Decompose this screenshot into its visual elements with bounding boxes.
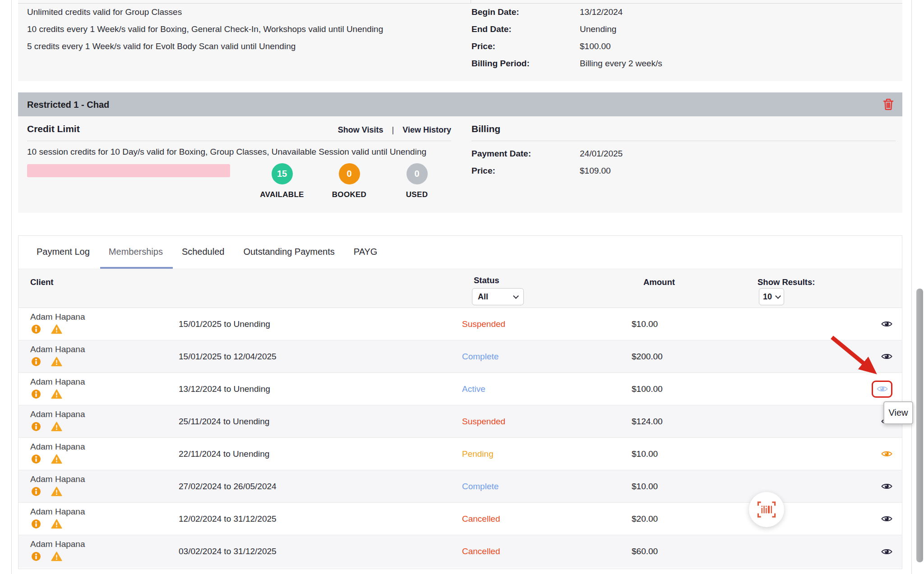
- show-results-select[interactable]: 10: [759, 288, 784, 305]
- divider: [471, 141, 896, 141]
- available-count: 15: [272, 163, 293, 184]
- view-eye-button-highlighted[interactable]: [872, 381, 892, 398]
- detail-value: Unending: [580, 24, 616, 34]
- tab-memberships[interactable]: Memberships: [109, 236, 163, 269]
- amount-value: $10.00: [632, 482, 658, 491]
- warning-icon[interactable]: [51, 357, 62, 367]
- billing-value: 24/01/2025: [580, 149, 623, 159]
- warning-icon[interactable]: [51, 551, 62, 561]
- status-badge: Cancelled: [462, 514, 500, 524]
- membership-period: 15/01/2025 to Unending: [179, 319, 270, 329]
- restricted-membership-header: Restricted 1 - Chad: [18, 92, 902, 117]
- client-name: Adam Hapana: [30, 474, 85, 484]
- info-icon[interactable]: [31, 519, 41, 529]
- used-label: USED: [390, 190, 444, 199]
- credit-rule-text: Unlimited credits valid for Group Classe…: [27, 7, 182, 17]
- status-filter-select[interactable]: All: [472, 288, 524, 305]
- detail-label: Price:: [471, 41, 495, 51]
- view-eye-button[interactable]: [881, 482, 892, 490]
- client-name: Adam Hapana: [30, 344, 85, 354]
- info-icon[interactable]: [31, 487, 41, 496]
- warning-icon[interactable]: [51, 519, 62, 529]
- view-eye-button[interactable]: [881, 515, 892, 523]
- amount-value: $124.00: [632, 417, 663, 427]
- view-eye-button[interactable]: [881, 353, 892, 360]
- client-column-header: Client: [30, 277, 53, 287]
- detail-value: Billing every 2 week/s: [580, 59, 662, 69]
- available-label: AVAILABLE: [255, 190, 309, 199]
- view-eye-button[interactable]: [881, 450, 892, 458]
- table-row: Adam Hapana 03/02/2024 to 31/12/2025 Can…: [18, 535, 902, 568]
- detail-value: 13/12/2024: [580, 7, 623, 17]
- client-name: Adam Hapana: [30, 442, 85, 452]
- info-icon[interactable]: [31, 454, 41, 464]
- client-name: Adam Hapana: [30, 507, 85, 517]
- view-eye-button[interactable]: [881, 548, 892, 556]
- tab-payg[interactable]: PAYG: [354, 236, 378, 269]
- show-results-label: Show Results:: [758, 277, 815, 287]
- used-count: 0: [407, 163, 428, 184]
- client-name: Adam Hapana: [30, 312, 85, 322]
- amount-value: $20.00: [632, 514, 658, 524]
- detail-label: End Date:: [471, 24, 512, 34]
- membership-period: 27/02/2024 to 26/05/2024: [179, 482, 277, 491]
- membership-period: 25/11/2024 to Unending: [179, 417, 269, 427]
- credit-limit-card: Credit Limit Show Visits | View History …: [18, 116, 902, 213]
- table-row: Adam Hapana 15/01/2025 to 12/04/2025 Com…: [18, 340, 902, 373]
- client-name: Adam Hapana: [30, 539, 85, 549]
- divider: [471, 0, 471, 3]
- amount-value: $100.00: [632, 384, 663, 394]
- warning-icon[interactable]: [51, 422, 62, 432]
- chevron-down-icon: [513, 293, 519, 299]
- tab-scheduled[interactable]: Scheduled: [182, 236, 225, 269]
- membership-period: 03/02/2024 to 31/12/2025: [179, 546, 277, 556]
- show-results-value: 10: [763, 292, 772, 302]
- warning-icon[interactable]: [51, 487, 62, 496]
- info-icon[interactable]: [31, 422, 41, 432]
- billing-label: Price:: [471, 166, 495, 176]
- amount-column-header: Amount: [643, 277, 675, 287]
- detail-label: Begin Date:: [471, 7, 519, 17]
- page-right-border: [911, 0, 912, 574]
- status-badge: Pending: [462, 449, 494, 459]
- status-badge: Active: [462, 384, 485, 394]
- membership-period: 22/11/2024 to Unending: [179, 449, 269, 459]
- view-eye-button[interactable]: [881, 320, 892, 328]
- table-row: Adam Hapana 13/12/2024 to Unending Activ…: [18, 373, 902, 405]
- info-icon[interactable]: [31, 551, 41, 561]
- scrollbar-thumb[interactable]: [916, 289, 923, 562]
- table-body: Adam Hapana 15/01/2025 to Unending Suspe…: [18, 308, 902, 568]
- status-filter-value: All: [478, 292, 488, 302]
- booked-count: 0: [339, 163, 360, 184]
- view-history-link[interactable]: View History: [402, 125, 451, 134]
- status-badge: Complete: [462, 482, 499, 491]
- credit-progress-bar: [27, 164, 230, 177]
- status-badge: Suspended: [462, 417, 505, 427]
- membership-period: 13/12/2024 to Unending: [179, 384, 270, 394]
- trash-icon[interactable]: [882, 98, 895, 112]
- credit-limit-description: 10 session credits for 10 Day/s valid fo…: [27, 147, 426, 157]
- info-icon[interactable]: [31, 389, 41, 399]
- available-counter: 15 AVAILABLE: [255, 163, 309, 199]
- tab-outstanding-payments[interactable]: Outstanding Payments: [243, 236, 334, 269]
- info-icon[interactable]: [31, 357, 41, 367]
- warning-icon[interactable]: [51, 324, 62, 334]
- view-tooltip-text: View: [889, 408, 908, 418]
- memberships-page: Unlimited credits valid for Group Classe…: [0, 0, 924, 574]
- credit-rule-text: 10 credits every 1 Week/s valid for Boxi…: [27, 24, 383, 34]
- credit-limit-links: Show Visits | View History: [338, 125, 451, 135]
- credit-rule-text: 5 credits every 1 Week/s valid for Evolt…: [27, 41, 296, 51]
- amount-value: $10.00: [632, 449, 658, 459]
- chevron-down-icon: [775, 293, 781, 299]
- warning-icon[interactable]: [51, 389, 62, 399]
- barcode-scan-button[interactable]: [749, 492, 784, 527]
- divider: [27, 141, 451, 141]
- detail-label: Billing Period:: [471, 59, 530, 69]
- used-counter: 0 USED: [390, 163, 444, 199]
- info-icon[interactable]: [31, 324, 41, 334]
- show-visits-link[interactable]: Show Visits: [338, 125, 383, 134]
- tab-payment-log[interactable]: Payment Log: [37, 236, 90, 269]
- tab-bar: Payment Log Memberships Scheduled Outsta…: [18, 236, 902, 269]
- warning-icon[interactable]: [51, 454, 62, 464]
- barcode-icon: [756, 501, 777, 519]
